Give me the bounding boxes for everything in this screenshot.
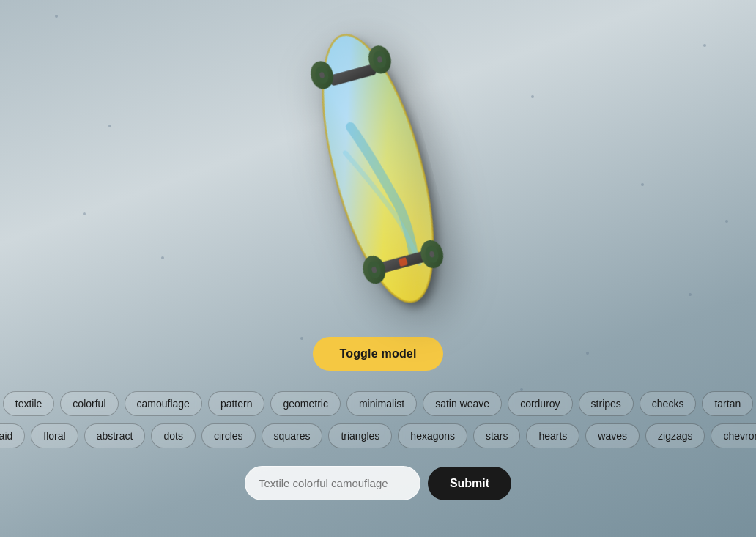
tag-hearts[interactable]: hearts <box>526 423 579 448</box>
tag-triangles[interactable]: triangles <box>328 423 392 448</box>
tag-geometric[interactable]: geometric <box>270 391 340 416</box>
tag-camouflage[interactable]: camouflage <box>125 391 202 416</box>
decorative-dot <box>586 352 589 355</box>
tag-stripes[interactable]: stripes <box>579 391 634 416</box>
tag-squares[interactable]: squares <box>262 423 323 448</box>
tag-tartan[interactable]: tartan <box>702 391 753 416</box>
tag-waves[interactable]: waves <box>585 423 640 448</box>
tag-circles[interactable]: circles <box>201 423 256 448</box>
tag-minimalist[interactable]: minimalist <box>346 391 417 416</box>
tag-pattern[interactable]: pattern <box>208 391 265 416</box>
tag-dots[interactable]: dots <box>151 423 195 448</box>
input-row: Submit <box>245 466 511 500</box>
tag-textile[interactable]: textile <box>3 391 55 416</box>
skateboard-model <box>185 0 571 361</box>
tag-floral[interactable]: floral <box>31 423 78 448</box>
tags-row-2: plaidfloralabstractdotscirclessquarestri… <box>0 423 756 448</box>
submit-button[interactable]: Submit <box>428 467 511 500</box>
tag-stars[interactable]: stars <box>473 423 520 448</box>
tag-chevrons[interactable]: chevrons <box>711 423 756 448</box>
tag-hexagons[interactable]: hexagons <box>398 423 467 448</box>
prompt-input[interactable] <box>245 466 420 500</box>
tag-corduroy[interactable]: corduroy <box>508 391 572 416</box>
tag-plaid[interactable]: plaid <box>0 423 25 448</box>
tag-checks[interactable]: checks <box>640 391 697 416</box>
tag-satin-weave[interactable]: satin weave <box>423 391 502 416</box>
skateboard-viewport <box>0 0 756 337</box>
tag-zigzags[interactable]: zigzags <box>645 423 705 448</box>
tag-abstract[interactable]: abstract <box>84 423 146 448</box>
tags-section: textilecolorfulcamouflagepatterngeometri… <box>0 391 756 448</box>
tag-colorful[interactable]: colorful <box>60 391 118 416</box>
tags-row-1: textilecolorfulcamouflagepatterngeometri… <box>3 391 753 416</box>
